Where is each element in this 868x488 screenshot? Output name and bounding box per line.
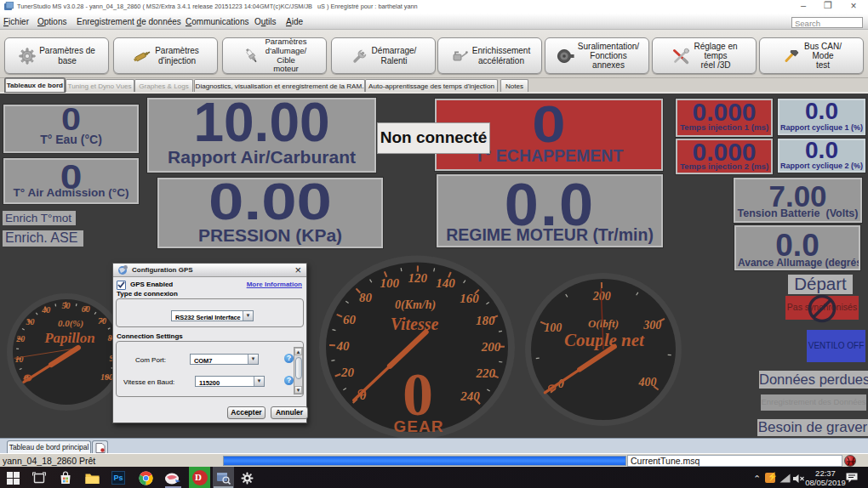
svg-text:O(lbft): O(lbft) [588, 317, 619, 330]
svg-text:GEAR: GEAR [394, 417, 444, 435]
svg-text:100: 100 [544, 321, 562, 334]
svg-text:0(Km/h): 0(Km/h) [395, 298, 436, 312]
svg-text:240: 240 [460, 389, 480, 403]
svg-text:40: 40 [336, 339, 351, 353]
svg-text:60: 60 [82, 304, 90, 314]
svg-text:0.0(%): 0.0(%) [58, 318, 83, 329]
svg-text:100: 100 [100, 372, 113, 382]
svg-text:70: 70 [98, 316, 106, 326]
svg-text:40: 40 [41, 305, 50, 315]
svg-text:30: 30 [25, 317, 34, 326]
svg-text:140: 140 [436, 276, 455, 290]
svg-text:220: 220 [476, 366, 496, 380]
svg-text:400: 400 [637, 376, 656, 389]
svg-text:180: 180 [476, 314, 495, 327]
svg-text:Couple net: Couple net [564, 330, 645, 350]
svg-text:Papillon: Papillon [43, 330, 95, 346]
svg-text:300: 300 [642, 319, 661, 332]
svg-text:20: 20 [15, 334, 25, 343]
svg-text:80: 80 [359, 291, 373, 304]
svg-text:20: 20 [340, 366, 355, 379]
svg-text:50: 50 [62, 301, 71, 310]
svg-text:60: 60 [343, 313, 357, 326]
svg-text:160: 160 [460, 292, 479, 305]
svg-text:10: 10 [15, 355, 24, 364]
svg-text:120: 120 [408, 271, 428, 285]
svg-text:Vitesse: Vitesse [391, 315, 439, 333]
svg-text:200: 200 [481, 340, 501, 354]
svg-text:100: 100 [380, 276, 400, 290]
